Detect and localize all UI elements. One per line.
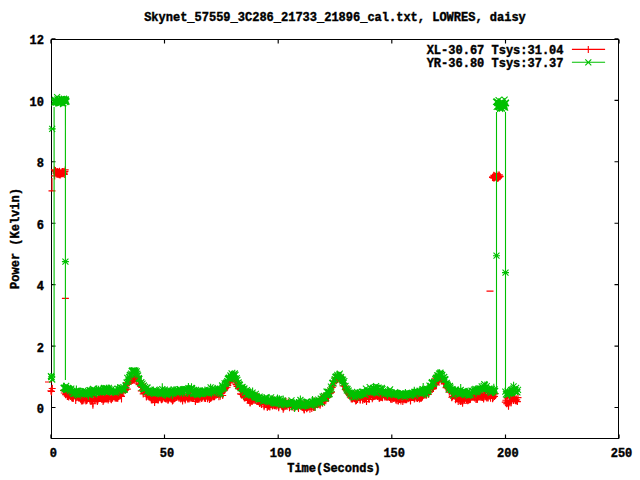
- svg-text:Skynet_57559_3C286_21733_21896: Skynet_57559_3C286_21733_21896_cal.txt, …: [144, 11, 526, 25]
- svg-text:6: 6: [37, 219, 44, 233]
- svg-text:Power (Kelvin): Power (Kelvin): [9, 188, 23, 289]
- svg-text:150: 150: [383, 447, 405, 461]
- svg-text:250: 250: [611, 447, 633, 461]
- svg-text:8: 8: [37, 157, 44, 171]
- svg-text:4: 4: [37, 280, 44, 294]
- svg-text:Time(Seconds): Time(Seconds): [287, 462, 381, 476]
- svg-text:YR-36.80 Tsys:37.37: YR-36.80 Tsys:37.37: [427, 57, 564, 71]
- svg-text:2: 2: [37, 342, 44, 356]
- svg-text:10: 10: [30, 96, 44, 110]
- svg-text:12: 12: [30, 34, 44, 48]
- svg-text:0: 0: [50, 447, 57, 461]
- svg-text:50: 50: [160, 447, 174, 461]
- svg-text:100: 100: [270, 447, 292, 461]
- svg-text:200: 200: [497, 447, 519, 461]
- svg-text:0: 0: [37, 403, 44, 417]
